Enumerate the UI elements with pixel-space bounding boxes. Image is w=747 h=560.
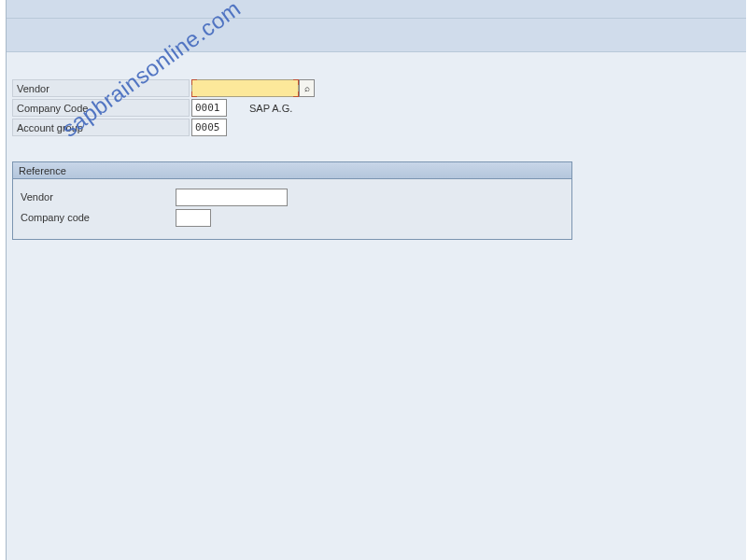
company-code-input[interactable]: 0001 (191, 99, 227, 117)
reference-vendor-row: Vendor (19, 187, 566, 207)
reference-company-code-row: Company code (19, 207, 566, 228)
title-bar (7, 0, 746, 19)
reference-vendor-label: Vendor (19, 189, 176, 204)
company-code-label: Company Code (12, 99, 190, 117)
toolbar-band (7, 19, 746, 52)
magnifier-icon: ⌕ (304, 83, 310, 93)
vendor-input[interactable] (191, 79, 299, 97)
company-code-description: SAP A.G. (249, 103, 292, 114)
reference-title: Reference (13, 162, 571, 179)
account-group-input[interactable]: 0005 (191, 119, 227, 136)
vendor-row: Vendor ⌕ (12, 78, 740, 98)
account-group-label: Account group (12, 119, 190, 136)
reference-groupbox: Reference Vendor Company code (12, 161, 572, 240)
vendor-label: Vendor (12, 79, 190, 97)
reference-vendor-input[interactable] (176, 189, 288, 206)
account-group-row: Account group 0005 (12, 118, 740, 137)
search-help-icon[interactable]: ⌕ (299, 79, 315, 97)
company-code-row: Company Code 0001 SAP A.G. (12, 98, 740, 118)
reference-company-code-label: Company code (19, 210, 176, 225)
reference-company-code-input[interactable] (176, 209, 211, 227)
content-area: sapbrainsonline.com Vendor ⌕ Company Cod… (7, 52, 746, 560)
